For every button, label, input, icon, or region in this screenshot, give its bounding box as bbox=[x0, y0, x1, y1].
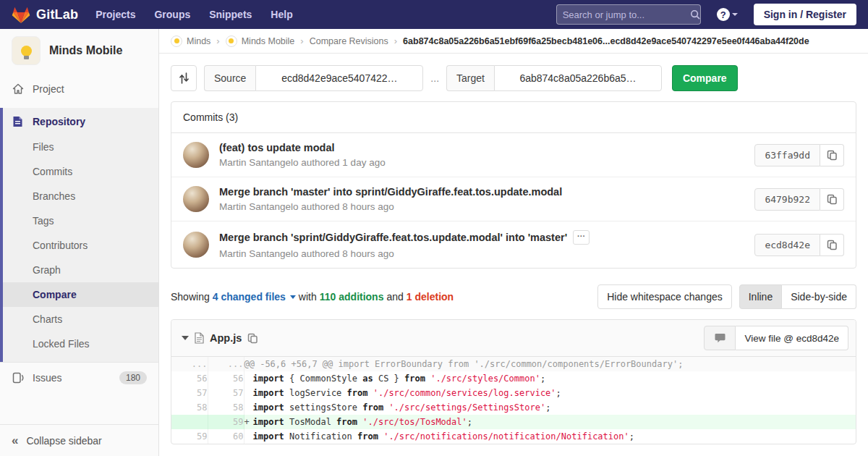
code-token: ; bbox=[540, 373, 545, 384]
collapse-sidebar-button[interactable]: « Collapse sidebar bbox=[0, 424, 158, 456]
nav-link-groups[interactable]: Groups bbox=[154, 9, 190, 20]
project-header[interactable]: Minds Mobile bbox=[0, 29, 158, 74]
search-input[interactable] bbox=[563, 9, 690, 20]
commit-sha-group: 63ffa9dd bbox=[754, 144, 844, 166]
old-line-number[interactable] bbox=[171, 415, 208, 429]
sidebar-item-tags[interactable]: Tags bbox=[3, 208, 158, 233]
code-token: './src/common/services/log.service' bbox=[373, 388, 556, 398]
changed-files-dropdown[interactable]: 4 changed files bbox=[213, 291, 286, 303]
commit-description-expander[interactable]: ··· bbox=[573, 230, 590, 245]
copy-sha-button[interactable] bbox=[820, 234, 844, 256]
top-navbar: GitLab ProjectsGroupsSnippetsHelp ? Sign… bbox=[0, 0, 868, 29]
sign-in-register-button[interactable]: Sign in / Register bbox=[754, 4, 856, 25]
commit-meta: Martin Santangelo authored 8 hours ago bbox=[219, 248, 754, 259]
search-icon bbox=[690, 9, 701, 20]
commits-header: Commits (3) bbox=[171, 102, 856, 133]
code-token bbox=[367, 388, 373, 398]
view-file-button[interactable]: View file @ ecd8d42e bbox=[736, 326, 848, 350]
commit-title-link[interactable]: (feat) tos update modal bbox=[219, 142, 335, 153]
old-line-number[interactable]: 59 bbox=[171, 429, 208, 444]
old-line-number[interactable]: 57 bbox=[171, 386, 208, 400]
sidebar-item-label: Repository bbox=[33, 116, 85, 127]
diff-line-content: import { CommonStyle as CS } from './src… bbox=[244, 371, 856, 386]
commit-title-link[interactable]: Merge branch 'sprint/GiddyGiraffe.feat.t… bbox=[219, 232, 567, 243]
diff-line-content: import logService from './src/common/ser… bbox=[244, 386, 856, 400]
commit-sha[interactable]: 63ffa9dd bbox=[754, 144, 820, 166]
code-token: from bbox=[357, 431, 378, 442]
compare-button[interactable]: Compare bbox=[672, 65, 738, 91]
nav-link-snippets[interactable]: Snippets bbox=[209, 9, 252, 20]
commits-panel: Commits (3) (feat) tos update modalMarti… bbox=[171, 101, 856, 269]
diff-view-actions: Hide whitespace changes Inline Side-by-s… bbox=[597, 284, 856, 309]
commit-list: (feat) tos update modalMartin Santangelo… bbox=[171, 133, 856, 268]
sidebar-item-branches[interactable]: Branches bbox=[3, 184, 158, 208]
user-avatar[interactable] bbox=[183, 186, 209, 212]
inline-view-button[interactable]: Inline bbox=[739, 284, 782, 309]
breadcrumb-item-minds-mobile[interactable]: Minds Mobile bbox=[226, 35, 295, 47]
sidebar-item-charts[interactable]: Charts bbox=[3, 307, 158, 332]
home-icon bbox=[12, 83, 24, 95]
diff-line: 5960 import Notification from './src/not… bbox=[171, 429, 856, 444]
new-line-number[interactable]: 56 bbox=[208, 371, 244, 386]
code-token: from bbox=[347, 388, 368, 398]
commit-title-link[interactable]: Merge branch 'master' into sprint/GiddyG… bbox=[219, 186, 562, 198]
diff-line-content: import settingsStore from './src/setting… bbox=[244, 400, 856, 415]
sidebar-item-repository[interactable]: Repository bbox=[3, 108, 158, 135]
target-input-group: Target 6ab874c8a05a226b6a5… bbox=[446, 65, 662, 91]
nav-link-help[interactable]: Help bbox=[271, 9, 292, 20]
sidebar-item-compare[interactable]: Compare bbox=[3, 282, 158, 307]
swap-revisions-button[interactable] bbox=[171, 65, 197, 91]
old-line-number[interactable]: 56 bbox=[171, 371, 208, 386]
new-line-number[interactable]: 59 bbox=[208, 415, 244, 429]
copy-file-path-icon[interactable] bbox=[247, 333, 258, 344]
diff-file-name[interactable]: App.js bbox=[210, 332, 242, 344]
breadcrumb-separator-icon: › bbox=[216, 35, 219, 46]
sidebar-item-graph[interactable]: Graph bbox=[3, 258, 158, 282]
global-search[interactable] bbox=[556, 4, 701, 25]
new-line-number[interactable]: ... bbox=[208, 357, 244, 371]
breadcrumb-avatar bbox=[226, 35, 237, 47]
sidebar-item-locked-files[interactable]: Locked Files bbox=[3, 332, 158, 356]
sidebar-item-contributors[interactable]: Contributors bbox=[3, 233, 158, 258]
code-token: CS } bbox=[373, 373, 404, 384]
sidebar-item-issues[interactable]: Issues 180 bbox=[0, 362, 158, 393]
side-by-side-view-button[interactable]: Side-by-side bbox=[782, 284, 856, 309]
collapse-diff-icon[interactable] bbox=[182, 336, 189, 340]
commit-sha[interactable]: ecd8d42e bbox=[754, 234, 820, 256]
repository-subitems: FilesCommitsBranchesTagsContributorsGrap… bbox=[3, 135, 158, 362]
breadcrumb-item-compare-revisions[interactable]: Compare Revisions bbox=[310, 36, 388, 46]
code-token: import bbox=[253, 431, 284, 442]
lightbulb-icon bbox=[174, 38, 179, 43]
gitlab-brand[interactable]: GitLab bbox=[12, 6, 78, 24]
new-line-number[interactable]: 57 bbox=[208, 386, 244, 400]
commit-sha-group: 6479b922 bbox=[754, 188, 844, 211]
diff-line: 5858 import settingsStore from './src/se… bbox=[171, 400, 856, 415]
brand-text: GitLab bbox=[36, 7, 78, 22]
user-avatar[interactable] bbox=[183, 232, 209, 258]
user-avatar[interactable] bbox=[183, 142, 209, 168]
commit-sha[interactable]: 6479b922 bbox=[754, 188, 820, 211]
copy-sha-button[interactable] bbox=[820, 188, 844, 211]
new-line-number[interactable]: 60 bbox=[208, 429, 244, 444]
help-menu[interactable]: ? bbox=[717, 8, 738, 21]
target-revision-dropdown[interactable]: 6ab874c8a05a226b6a5… bbox=[494, 65, 662, 91]
commit-info: Merge branch 'master' into sprint/GiddyG… bbox=[219, 186, 754, 212]
breadcrumb-item-minds[interactable]: Minds bbox=[171, 35, 210, 47]
code-token: TosModal bbox=[284, 417, 336, 427]
code-token: Notification bbox=[284, 431, 357, 442]
nav-link-projects[interactable]: Projects bbox=[95, 9, 135, 20]
copy-sha-button[interactable] bbox=[820, 144, 844, 166]
diff-summary-text: Showing 4 changed files with 110 additio… bbox=[171, 291, 454, 303]
code-token: ; bbox=[629, 431, 634, 442]
toggle-comments-button[interactable] bbox=[704, 326, 736, 350]
old-line-number[interactable]: 58 bbox=[171, 400, 208, 415]
old-line-number[interactable]: ... bbox=[171, 357, 208, 371]
code-token: { CommonStyle bbox=[284, 373, 362, 384]
sidebar-item-commits[interactable]: Commits bbox=[3, 159, 158, 184]
source-revision-dropdown[interactable]: ecd8d42e9ace5407422… bbox=[255, 65, 423, 91]
hide-whitespace-button[interactable]: Hide whitespace changes bbox=[597, 284, 732, 309]
target-label: Target bbox=[446, 65, 494, 91]
sidebar-item-project[interactable]: Project bbox=[0, 74, 158, 104]
new-line-number[interactable]: 58 bbox=[208, 400, 244, 415]
sidebar-item-files[interactable]: Files bbox=[3, 135, 158, 159]
